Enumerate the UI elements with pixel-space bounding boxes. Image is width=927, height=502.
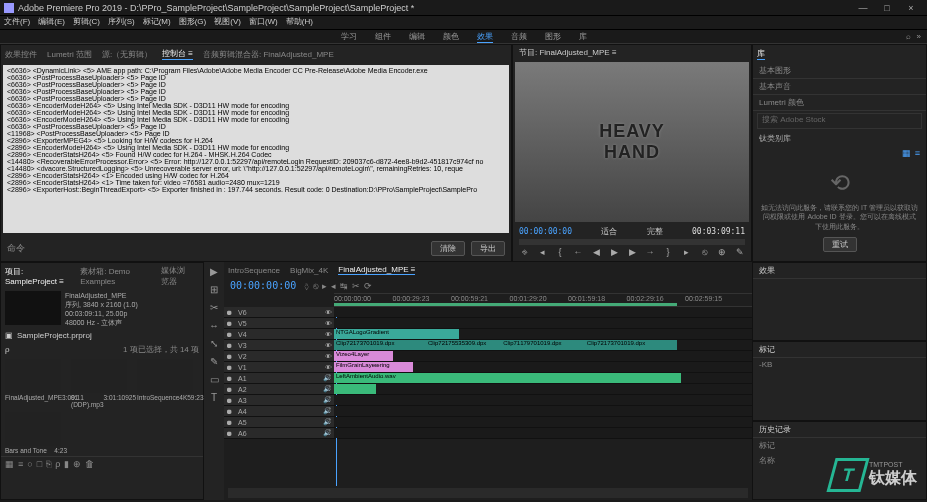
timeline-tool-icon[interactable]: ⎋	[313, 281, 318, 291]
track-row[interactable]: ⏺A6🔊	[224, 428, 752, 439]
transport-button[interactable]: ▸	[680, 247, 692, 259]
maximize-button[interactable]: □	[875, 3, 899, 13]
program-tc-current[interactable]: 00:00:00:00	[519, 227, 572, 236]
workspace-编辑[interactable]: 编辑	[409, 31, 425, 43]
track-header[interactable]: ⏺V4👁	[224, 329, 334, 339]
menu-文件(F)[interactable]: 文件(F)	[4, 16, 30, 29]
track-row[interactable]: ⏺A3🔊	[224, 395, 752, 406]
track-row[interactable]: ⏺A4🔊	[224, 406, 752, 417]
project-footer-icon[interactable]: ▦	[5, 459, 14, 469]
transport-button[interactable]: →	[644, 247, 656, 259]
timeline-tool-icon[interactable]: ✂	[352, 281, 360, 291]
source-tab[interactable]: Lumetri 范围	[47, 49, 92, 60]
track-row[interactable]: ⏺A5🔊	[224, 417, 752, 428]
track-row[interactable]: ⏺V2👁Vizeo4Layer	[224, 351, 752, 362]
transport-button[interactable]: }	[662, 247, 674, 259]
menu-窗口(W)[interactable]: 窗口(W)	[249, 16, 278, 29]
timeline-tool-icon[interactable]: ◂	[331, 281, 336, 291]
program-fit-dropdown[interactable]: 适合	[601, 226, 617, 237]
workspace-学习[interactable]: 学习	[341, 31, 357, 43]
track-row[interactable]: ⏺A1🔊LeftAmbientAudio.wav	[224, 373, 752, 384]
project-thumb[interactable]: FinalAdjusted_MPE3:09:11	[5, 359, 67, 408]
filter-input[interactable]: ρ	[5, 345, 10, 354]
workspace-图形[interactable]: 图形	[545, 31, 561, 43]
side-panel-row[interactable]: -KB	[753, 358, 926, 371]
tool-button[interactable]: ▭	[207, 374, 221, 388]
timeline-clip[interactable]: Clip72173701019.dpx	[334, 340, 426, 350]
library-retry-button[interactable]: 重试	[823, 237, 857, 252]
console-clear-button[interactable]: 清除	[431, 241, 465, 256]
project-footer-icon[interactable]: ⊕	[73, 459, 81, 469]
tool-button[interactable]: ✎	[207, 356, 221, 370]
project-thumb[interactable]: 01 (DDP).mp33:01:10925	[71, 359, 133, 408]
transport-button[interactable]: ◀	[590, 247, 602, 259]
tool-button[interactable]: ▶	[207, 266, 221, 280]
transport-button[interactable]: ▶	[608, 247, 620, 259]
timeline-clip[interactable]: Clip72175535309.dpx	[426, 340, 501, 350]
project-thumb[interactable]: Bars and Tone4:23	[5, 412, 67, 454]
source-tab[interactable]: 效果控件	[5, 49, 37, 60]
panel-collapsed[interactable]: 基本图形	[753, 63, 926, 79]
menu-编辑(E)[interactable]: 编辑(E)	[38, 16, 65, 29]
tool-button[interactable]: ✂	[207, 302, 221, 316]
transport-button[interactable]: ⎋	[698, 247, 710, 259]
console-export-button[interactable]: 导出	[471, 241, 505, 256]
menu-剪辑(C)[interactable]: 剪辑(C)	[73, 16, 100, 29]
timeline-tool-icon[interactable]: ↹	[340, 281, 348, 291]
timeline-clip[interactable]: Vizeo4Layer	[334, 351, 393, 361]
minimize-button[interactable]: —	[851, 3, 875, 13]
menu-视图(V)[interactable]: 视图(V)	[214, 16, 241, 29]
track-header[interactable]: ⏺A1🔊	[224, 373, 334, 383]
tab-libraries[interactable]: 库	[757, 48, 765, 60]
side-panel-row[interactable]: 名称	[753, 453, 926, 468]
transport-button[interactable]: ⎆	[518, 247, 530, 259]
source-tab[interactable]: 控制台 ≡	[162, 48, 193, 60]
track-header[interactable]: ⏺A6🔊	[224, 428, 334, 438]
track-row[interactable]: ⏺V4👁NTGALogoGradient	[224, 329, 752, 340]
tool-button[interactable]: T	[207, 392, 221, 406]
side-panel-header[interactable]: 标记	[753, 342, 926, 358]
timeline-tool-icon[interactable]: ▸	[322, 281, 327, 291]
timeline-clip[interactable]: Clip72173701019.dpx	[585, 340, 677, 350]
timeline-clip[interactable]: LeftAmbientAudio.wav	[334, 373, 681, 383]
project-footer-icon[interactable]: ≡	[18, 459, 23, 469]
timeline-clip[interactable]: Clip71179701019.dpx	[501, 340, 585, 350]
project-tab[interactable]: 媒体浏览器	[161, 265, 191, 287]
source-tab[interactable]: 音频剪辑混合器: FinalAdjusted_MPE	[203, 49, 334, 60]
timeline-tc-current[interactable]: 00:00:00:00	[230, 280, 296, 291]
tool-button[interactable]: ⤡	[207, 338, 221, 352]
menu-标记(M)[interactable]: 标记(M)	[143, 16, 171, 29]
track-row[interactable]: ⏺A2🔊	[224, 384, 752, 395]
library-dropdown[interactable]: 钛类别库	[753, 131, 926, 146]
sequence-tab[interactable]: BigMix_4K	[290, 266, 328, 275]
track-header[interactable]: ⏺V1👁	[224, 362, 334, 372]
transport-button[interactable]: ✎	[734, 247, 746, 259]
track-header[interactable]: ⏺V5👁	[224, 318, 334, 328]
overflow-chevron-icon[interactable]: »	[917, 32, 921, 41]
track-header[interactable]: ⏺A2🔊	[224, 384, 334, 394]
panel-collapsed[interactable]: Lumetri 颜色	[753, 95, 926, 111]
panel-collapsed[interactable]: 基本声音	[753, 79, 926, 95]
timeline-tracks[interactable]: ⏺V6👁⏺V5👁⏺V4👁NTGALogoGradient⏺V3👁Clip7217…	[224, 307, 752, 486]
project-footer-icon[interactable]: ⎘	[46, 459, 51, 469]
workspace-效果[interactable]: 效果	[477, 31, 493, 43]
track-row[interactable]: ⏺V3👁Clip72173701019.dpxClip72175535309.d…	[224, 340, 752, 351]
workspace-组件[interactable]: 组件	[375, 31, 391, 43]
program-viewport[interactable]: HEAVYHAND	[515, 62, 749, 222]
side-panel-header[interactable]: 历史记录	[753, 422, 926, 438]
track-header[interactable]: ⏺A3🔊	[224, 395, 334, 405]
timeline-ruler[interactable]: 00:00:00:0000:00:29:2300:00:59:2100:01:2…	[334, 293, 752, 307]
menu-序列(S)[interactable]: 序列(S)	[108, 16, 135, 29]
timeline-tool-icon[interactable]: ⟳	[364, 281, 372, 291]
tool-button[interactable]: ⊞	[207, 284, 221, 298]
stock-search-input[interactable]: 搜索 Adobe Stock	[757, 113, 922, 129]
project-thumb[interactable]: IntroSequence4K59:23	[137, 359, 199, 408]
tool-button[interactable]: ↔	[207, 320, 221, 334]
project-footer-icon[interactable]: ρ	[55, 459, 60, 469]
project-footer-icon[interactable]: ▮	[64, 459, 69, 469]
transport-button[interactable]: ▶	[626, 247, 638, 259]
track-header[interactable]: ⏺A5🔊	[224, 417, 334, 427]
track-row[interactable]: ⏺V5👁	[224, 318, 752, 329]
timeline-zoom-slider[interactable]	[228, 488, 748, 498]
program-full-dropdown[interactable]: 完整	[647, 226, 663, 237]
